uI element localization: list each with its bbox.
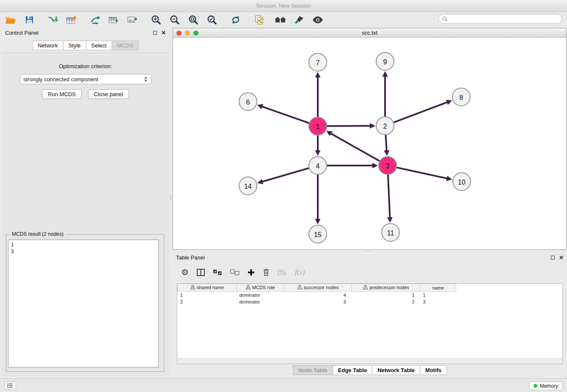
graph-edge-3-11[interactable] xyxy=(388,175,390,218)
open-session-button[interactable] xyxy=(3,14,18,26)
graph-edge-3-1[interactable] xyxy=(330,133,380,161)
cell-successor-nodes[interactable]: 4 xyxy=(284,292,352,298)
home-icon xyxy=(274,16,287,24)
new-network-button[interactable] xyxy=(88,14,102,26)
cell-mcds-role[interactable]: dominator xyxy=(237,298,284,305)
cell-shared-name[interactable]: 3 xyxy=(178,298,237,305)
tab-edge-table[interactable]: Edge Table xyxy=(333,365,372,375)
run-mcds-button[interactable]: Run MCDS xyxy=(42,89,82,99)
deselect-all-columns-button[interactable] xyxy=(230,269,239,276)
delete-table-button[interactable] xyxy=(278,269,287,276)
network-graph[interactable]: 7968124314101511 xyxy=(173,38,566,249)
float-panel-icon[interactable] xyxy=(153,31,157,35)
zoom-fit-icon xyxy=(188,15,198,25)
column-type-icon xyxy=(190,285,195,290)
show-hide-button[interactable] xyxy=(311,14,325,26)
node-table: shared name MCDS role successor nodes pr… xyxy=(177,283,563,364)
close-panel-button[interactable]: Close panel xyxy=(88,89,129,99)
columns-icon xyxy=(197,269,205,276)
graph-edge-arrowhead xyxy=(446,176,452,181)
result-item[interactable]: 1 xyxy=(11,241,156,248)
zoom-selected-button[interactable] xyxy=(205,14,219,26)
zoom-in-button[interactable] xyxy=(149,14,163,26)
cell-successor-nodes[interactable]: 3 xyxy=(284,298,352,305)
column-header-shared-name[interactable]: shared name xyxy=(178,284,237,292)
import-table-button[interactable] xyxy=(64,14,79,26)
tab-network-table[interactable]: Network Table xyxy=(372,365,420,375)
export-image-button[interactable] xyxy=(125,14,140,26)
cell-name[interactable]: 3 xyxy=(421,298,456,305)
cell-shared-name[interactable]: 1 xyxy=(178,292,237,298)
import-network-icon xyxy=(47,15,58,25)
zoom-fit-button[interactable] xyxy=(186,14,201,26)
column-header-name[interactable]: name xyxy=(421,284,456,292)
zoom-out-icon xyxy=(170,15,180,25)
save-disk-icon xyxy=(25,15,34,24)
optimization-criterion-select[interactable]: strongly connected component xyxy=(20,74,151,84)
graph-node-label-6: 6 xyxy=(246,99,250,106)
task-history-button[interactable] xyxy=(4,381,16,390)
delete-column-button[interactable] xyxy=(263,268,270,276)
horizontal-splitter-handle[interactable] xyxy=(364,249,371,251)
vertical-splitter-handle[interactable] xyxy=(170,194,172,201)
graph-node-label-9: 9 xyxy=(383,58,387,66)
show-columns-button[interactable] xyxy=(197,269,205,276)
network-canvas[interactable]: 7968124314101511 xyxy=(173,38,566,249)
graph-edge-3-10[interactable] xyxy=(396,168,448,179)
graph-edge-arrowhead xyxy=(315,72,321,77)
create-column-button[interactable] xyxy=(248,269,255,276)
home-views-button[interactable] xyxy=(273,14,288,26)
tab-select[interactable]: Select xyxy=(86,41,112,50)
paint-brush-icon xyxy=(294,15,304,25)
tab-node-table[interactable]: Node Table xyxy=(293,365,333,375)
save-session-button[interactable] xyxy=(22,14,36,26)
tab-network[interactable]: Network xyxy=(32,41,63,50)
cell-predecessor-nodes[interactable]: 2 xyxy=(352,298,421,305)
graph-node-label-2: 2 xyxy=(383,123,387,130)
tab-style[interactable]: Style xyxy=(63,41,86,50)
import-network-button[interactable] xyxy=(46,14,60,26)
table-row[interactable]: 3 dominator 3 2 3 xyxy=(178,298,456,305)
column-header-predecessor-nodes[interactable]: predecessor nodes xyxy=(352,284,421,292)
mcds-result-list[interactable]: 1 3 xyxy=(8,240,159,367)
table-settings-button[interactable]: ⚙ xyxy=(181,268,189,276)
graph-edge-4-14[interactable] xyxy=(261,168,309,182)
cell-name[interactable]: 1 xyxy=(421,292,456,298)
graph-edge-2-8[interactable] xyxy=(394,102,449,123)
maximize-window-button[interactable]: + xyxy=(193,30,198,36)
column-header-successor-nodes[interactable]: successor nodes xyxy=(284,284,352,292)
style-brush-button[interactable] xyxy=(292,14,306,26)
minimize-window-button[interactable]: − xyxy=(185,30,190,36)
cell-predecessor-nodes[interactable]: 1 xyxy=(352,292,421,298)
close-table-panel-icon[interactable]: ✕ xyxy=(559,255,564,260)
result-item[interactable]: 3 xyxy=(11,248,156,255)
network-window-titlebar[interactable]: ✕ − + scc.txt xyxy=(173,28,566,38)
function-builder-button[interactable]: f(x) xyxy=(295,268,305,276)
cell-mcds-role[interactable]: dominator xyxy=(237,292,284,298)
apply-layout-button[interactable] xyxy=(228,14,243,26)
zoom-selected-icon xyxy=(207,15,217,25)
tab-motifs[interactable]: Motifs xyxy=(420,365,447,375)
export-table-button[interactable] xyxy=(107,14,121,26)
graph-edge-1-2[interactable] xyxy=(327,126,371,126)
table-panel: Table Panel ✕ ⚙ xyxy=(173,253,567,376)
tab-mcds[interactable]: MCDS xyxy=(112,41,139,50)
float-table-panel-icon[interactable] xyxy=(551,256,555,259)
graph-edge-1-6[interactable] xyxy=(261,106,309,123)
memory-button[interactable]: Memory xyxy=(529,381,563,390)
graph-edge-arrowhead xyxy=(257,179,263,184)
graph-node-label-14: 14 xyxy=(244,183,252,190)
copy-network-button[interactable] xyxy=(252,14,267,26)
select-all-columns-button[interactable] xyxy=(213,269,222,276)
graph-node-label-8: 8 xyxy=(460,94,463,101)
table-row[interactable]: 1 dominator 4 1 1 xyxy=(178,292,456,298)
column-header-mcds-role[interactable]: MCDS role xyxy=(237,284,284,292)
close-panel-icon[interactable]: ✕ xyxy=(161,30,166,36)
toolbar-search[interactable] xyxy=(438,14,562,24)
graph-node-label-15: 15 xyxy=(314,231,322,238)
search-input[interactable] xyxy=(450,16,556,22)
table-horizontal-scrollbar[interactable] xyxy=(177,358,562,364)
zoom-out-button[interactable] xyxy=(168,14,182,26)
graph-edge-2-3[interactable] xyxy=(385,135,386,152)
close-window-button[interactable]: ✕ xyxy=(176,30,182,36)
